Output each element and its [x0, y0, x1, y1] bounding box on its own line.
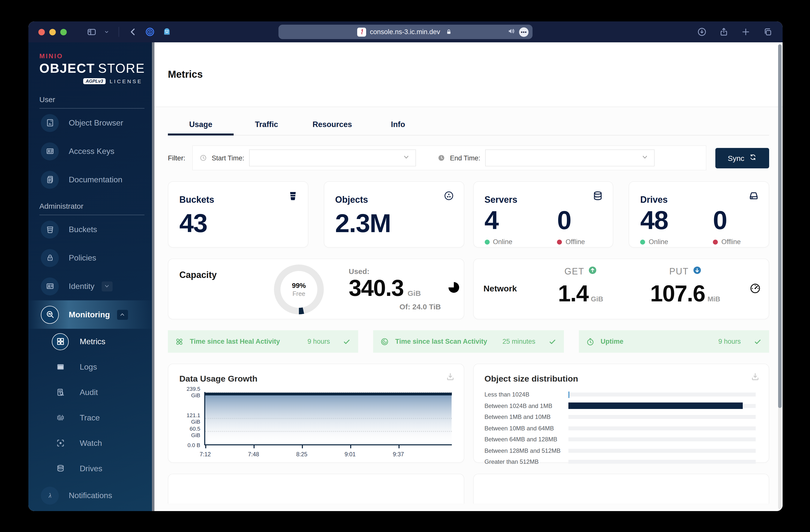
chevron-down-icon[interactable]: [101, 281, 112, 291]
status-label: Time since last Heal Activity: [190, 338, 280, 345]
page-scrollbar-thumb[interactable]: [778, 44, 782, 408]
browser-toolbar: console.ns-3.ic.min.dev •••: [28, 21, 782, 42]
minimize-window-button[interactable]: [49, 29, 56, 35]
download-chart-icon[interactable]: [446, 372, 455, 383]
x-axis-tick-label: 9:37: [393, 451, 404, 457]
mute-tab-icon[interactable]: [508, 27, 515, 37]
access-keys-icon: [41, 142, 59, 160]
metrics-content: UsageTrafficResourcesInfo Filter: Start …: [155, 107, 782, 504]
x-axis-tick-label: 8:25: [296, 451, 307, 457]
new-tab-button[interactable]: [741, 27, 751, 37]
y-axis-tick-label: 60.5 GiB: [179, 426, 200, 438]
sidebar-item-tiers[interactable]: Tiers: [28, 510, 155, 511]
back-button[interactable]: [128, 27, 138, 37]
servers-offline-count: 0: [557, 207, 571, 233]
sidebar-item-label: Policies: [69, 253, 96, 262]
sidebar-item-documentation[interactable]: Documentation: [28, 165, 155, 194]
sidebar-scrollbar-track[interactable]: [152, 42, 155, 511]
offline-dot: [557, 239, 562, 244]
download-chart-icon[interactable]: [751, 372, 760, 383]
check-icon: [754, 338, 762, 345]
tab-info[interactable]: Info: [365, 120, 431, 135]
sidebar-scrollbar-thumb[interactable]: [152, 42, 155, 511]
policies-icon: [41, 249, 59, 267]
sidebar-item-monitoring[interactable]: Monitoring: [28, 300, 155, 329]
sidebar-item-access-keys[interactable]: Access Keys: [28, 137, 155, 165]
sidebar-section-administrator: Administrator: [39, 202, 144, 215]
bucket-icon: [288, 191, 298, 203]
sidebar-subitem-logs[interactable]: Logs: [28, 354, 155, 380]
end-time-clock-icon: [438, 155, 445, 161]
sidebar-item-policies[interactable]: Policies: [28, 244, 155, 272]
chevron-down-icon: [403, 154, 410, 162]
chevron-down-icon[interactable]: [103, 27, 110, 37]
sidebar-item-notifications[interactable]: λNotifications: [28, 481, 155, 510]
address-bar[interactable]: console.ns-3.ic.min.dev •••: [278, 25, 533, 39]
distribution-track: [568, 426, 756, 430]
close-window-button[interactable]: [38, 29, 45, 35]
tab-traffic[interactable]: Traffic: [233, 120, 299, 135]
ghostery-extension-icon[interactable]: [162, 27, 172, 37]
sync-icon: [749, 154, 757, 162]
sidebar-subitem-metrics[interactable]: Metrics: [28, 329, 155, 354]
sidebar-item-label: Monitoring: [69, 310, 110, 319]
distribution-track: [568, 392, 756, 397]
window-controls[interactable]: [38, 29, 67, 35]
partial-card: [168, 474, 464, 504]
license-label: LICENSE: [110, 78, 143, 84]
end-time-select[interactable]: [485, 149, 654, 166]
filter-row: Filter: Start Time: End Time:: [168, 145, 769, 171]
sidebar-subitem-trace[interactable]: Trace: [28, 405, 155, 430]
sidebar-subitem-drives[interactable]: Drives: [28, 456, 155, 481]
downloads-button[interactable]: [697, 27, 707, 37]
tab-usage[interactable]: Usage: [168, 120, 233, 135]
lock-icon: [443, 27, 454, 37]
sidebar-subitem-watch[interactable]: Watch: [28, 430, 155, 456]
capacity-used-block: Used: 340.3 GiB Of: 24.0 TiB: [349, 267, 441, 311]
drives-card: Drives 48 Online 0 Offline: [629, 181, 770, 247]
sync-button[interactable]: Sync: [715, 148, 769, 168]
page-header: Metrics: [155, 42, 782, 107]
x-axis-tick: [302, 445, 303, 448]
capacity-total-label: Of: 24.0 TiB: [349, 302, 441, 311]
zoom-window-button[interactable]: [60, 29, 67, 35]
heal-icon: [175, 338, 183, 345]
distribution-row: Between 1024B and 1MB: [484, 401, 756, 410]
uptime-icon: [586, 338, 594, 345]
drives-online-label: Online: [649, 238, 668, 245]
x-axis-tick-label: 7:12: [200, 451, 211, 457]
y-axis-tick-label: 121.1 GiB: [179, 412, 200, 425]
data-usage-growth-title: Data Usage Growth: [179, 374, 453, 384]
x-axis-tick-label: 9:01: [344, 451, 356, 457]
sidebar-item-object-browser[interactable]: Object Browser: [28, 109, 155, 137]
filter-label: Filter:: [168, 154, 185, 162]
sidebar-item-buckets[interactable]: Buckets: [28, 215, 155, 244]
sidebar-item-label: Object Browser: [69, 118, 123, 127]
sidebar-item-label: Notifications: [69, 491, 112, 500]
x-axis-tick: [398, 445, 399, 448]
documentation-icon: [41, 171, 59, 189]
sidebar-item-identity[interactable]: Identity: [28, 272, 155, 300]
x-axis-tick: [254, 445, 255, 448]
sidebar-subitem-label: Metrics: [80, 337, 106, 346]
tab-resources[interactable]: Resources: [299, 120, 365, 135]
sidebar-toggle-icon[interactable]: [87, 27, 97, 37]
status-bars-row: Time since last Heal Activity9 hoursTime…: [168, 330, 769, 353]
sidebar-subitem-audit[interactable]: Audit: [28, 380, 155, 405]
stat-cards-row: Buckets 43 Objects 2.3M: [168, 181, 769, 247]
onepassword-extension-icon[interactable]: [145, 27, 155, 37]
end-time-label: End Time:: [450, 154, 481, 162]
chevron-up-icon[interactable]: [117, 310, 128, 320]
objects-card: Objects 2.3M: [324, 181, 464, 247]
page-options-button[interactable]: •••: [519, 27, 529, 37]
data-usage-growth-card: Data Usage Growth 239.5GiB121.1 GiB60.5 …: [168, 364, 464, 463]
start-time-select[interactable]: [249, 149, 416, 166]
share-button[interactable]: [719, 27, 729, 37]
tab-overview-button[interactable]: [763, 27, 773, 37]
status-value: 25 minutes: [502, 338, 535, 345]
servers-card: Servers 4 Online 0 Offline: [473, 181, 614, 247]
get-up-arrow-icon: [588, 266, 597, 277]
sidebar-item-label: Access Keys: [69, 147, 114, 156]
sidebar-item-label: Buckets: [69, 225, 97, 234]
start-time-label: Start Time:: [212, 154, 244, 162]
